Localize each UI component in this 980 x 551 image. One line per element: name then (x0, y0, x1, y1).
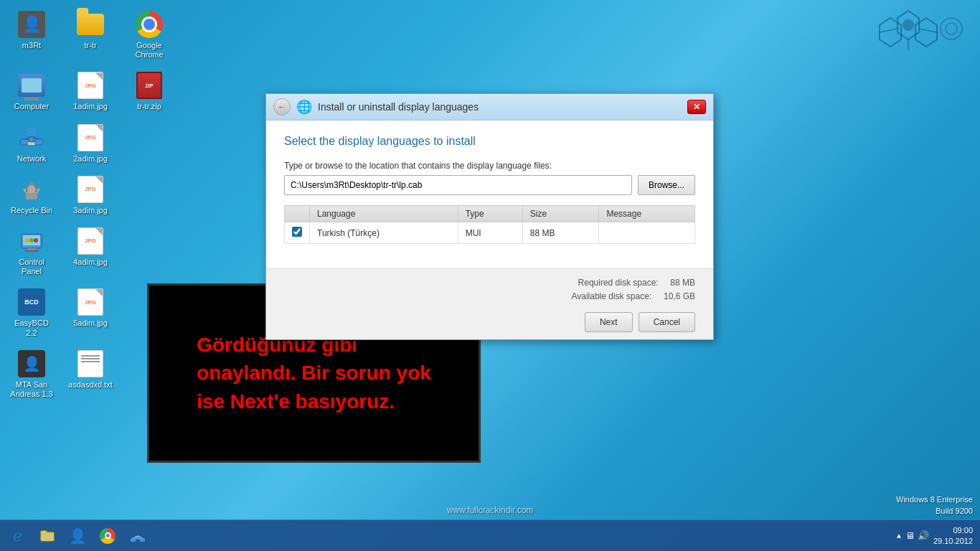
svg-point-7 (941, 18, 962, 39)
desktop-icon-network[interactable]: Network (6, 121, 57, 166)
desktop-icon-4adim[interactable]: JPG 4adim.jpg (65, 224, 116, 270)
svg-point-8 (946, 23, 957, 34)
svg-rect-10 (28, 142, 35, 145)
desktop-icon-easybcd[interactable]: BCD EasyBCD 2.2 (6, 285, 57, 340)
desktop-icon-network-label: Network (17, 154, 46, 164)
desktop-icon-control-panel[interactable]: Control Panel (6, 224, 57, 279)
tray-network-icon: 🖥 (905, 530, 915, 541)
desktop-icon-tr-tr-zip[interactable]: ZIP tr-tr.zip (123, 68, 175, 114)
svg-point-3 (903, 19, 914, 31)
desktop-icon-4adim-label: 4adim.jpg (73, 258, 108, 267)
desktop-icon-trtrzip-label: tr-tr.zip (137, 102, 161, 111)
dialog-title-icon: 🌐 (296, 99, 312, 115)
desktop-icon-asdasdxd-label: asdasdxd.txt (68, 380, 113, 390)
svg-rect-23 (27, 248, 36, 250)
table-cell-message (599, 222, 695, 244)
control-panel-icon (19, 228, 44, 254)
table-header-language: Language (310, 206, 458, 222)
svg-rect-26 (41, 531, 47, 534)
svg-point-20 (25, 238, 29, 242)
table-header-type: Type (458, 206, 522, 222)
tray-arrow-up[interactable]: ▲ (895, 532, 903, 540)
win-version-line1: Windows 8 Enterprise (896, 494, 973, 505)
desktop-icon-recycle[interactable]: Recycle Bin (6, 172, 57, 218)
desktop-icon-m3rt-label: m3Rt (22, 41, 41, 50)
desktop-icon-computer[interactable]: Computer (6, 68, 57, 114)
taskbar-left: ℯ 👤 (3, 522, 152, 550)
network-icon (18, 126, 45, 149)
svg-rect-24 (24, 250, 39, 252)
watermark-logo (851, 7, 966, 65)
svg-rect-9 (21, 139, 28, 145)
desktop-icon-control-label: Control Panel (9, 258, 55, 276)
tray-volume-icon[interactable]: 🔊 (918, 530, 929, 541)
svg-point-21 (29, 238, 34, 242)
table-cell-size: 88 MB (522, 222, 599, 244)
table-header-check (285, 206, 310, 222)
svg-point-16 (30, 131, 33, 133)
svg-rect-12 (35, 139, 42, 145)
win-version-line2: Build 9200 (896, 506, 973, 517)
desktop-icon-1adim-label: 1adim.jpg (73, 102, 108, 111)
desktop: 👤 m3Rt tr-tr Google Chrome (0, 0, 980, 551)
dialog-content: Select the display languages to install … (266, 121, 713, 268)
dialog-close-button[interactable]: ✕ (687, 100, 706, 114)
taskbar-date: 29.10.2012 (933, 536, 973, 546)
desktop-icon-mta[interactable]: 👤 MTA San Andreas 1.3 (6, 347, 57, 402)
taskbar-person-button[interactable]: 👤 (63, 522, 92, 550)
dialog-back-button[interactable]: ← (273, 98, 291, 116)
dialog-next-button[interactable]: Next (585, 312, 633, 332)
language-checkbox[interactable] (292, 227, 302, 237)
dialog-title-text: Install or uninstall display languages (318, 101, 479, 113)
dialog-browse-button[interactable]: Browse... (638, 175, 695, 195)
recycle-icon (19, 176, 44, 202)
desktop-icon-chrome[interactable]: Google Chrome (123, 7, 175, 62)
desktop-icon-5adim-label: 5adim.jpg (73, 319, 108, 328)
svg-rect-28 (131, 538, 136, 542)
table-row: Turkish (Türkçe) MUI 88 MB (285, 222, 695, 244)
desktop-icon-5adim[interactable]: JPG 5adim.jpg (65, 285, 116, 331)
available-space: Available disk space: 10,6 GB (284, 290, 695, 303)
taskbar-ie-button[interactable]: ℯ (3, 522, 32, 550)
table-cell-type: MUI (458, 222, 522, 244)
taskbar-time: 09:00 (933, 525, 973, 535)
svg-rect-17 (26, 194, 37, 199)
desktop-icon-easybcd-label: EasyBCD 2.2 (9, 319, 55, 337)
table-cell-check[interactable] (285, 222, 310, 244)
taskbar-explorer-button[interactable] (33, 522, 62, 550)
taskbar-clock[interactable]: 09:00 29.10.2012 (933, 525, 973, 546)
table-header-message: Message (599, 206, 695, 222)
svg-line-4 (919, 29, 937, 32)
desktop-icon-m3rt[interactable]: 👤 m3Rt (6, 7, 57, 53)
svg-rect-27 (42, 534, 52, 540)
desktop-icon-computer-label: Computer (14, 102, 49, 111)
dialog-footer-buttons: Next Cancel (284, 312, 695, 332)
dialog-heading: Select the display languages to install (284, 135, 695, 148)
desktop-icon-tr-tr[interactable]: tr-tr (65, 7, 116, 53)
dialog-cancel-button[interactable]: Cancel (639, 312, 695, 332)
taskbar-right: ▲ 🖥 🔊 09:00 29.10.2012 (895, 525, 977, 546)
desktop-icon-tr-tr-label: tr-tr (84, 41, 96, 50)
svg-point-22 (34, 238, 38, 242)
available-space-label: Available disk space: (571, 291, 651, 301)
desktop-icon-mta-label: MTA San Andreas 1.3 (9, 380, 55, 399)
desktop-icon-3adim[interactable]: JPG 3adim.jpg (65, 172, 116, 218)
required-space-value: 88 MB (670, 278, 695, 288)
taskbar-network-button[interactable] (123, 522, 152, 550)
taskbar-chrome-button[interactable] (93, 522, 122, 550)
desktop-icon-2adim[interactable]: JPG 2adim.jpg (65, 121, 116, 166)
website-watermark: www.fullcrackindir.com (447, 505, 534, 515)
table-header-size: Size (522, 206, 599, 222)
desktop-icon-asdasdxd[interactable]: asdasdxd.txt (65, 347, 116, 392)
desktop-icon-2adim-label: 2adim.jpg (73, 154, 108, 164)
taskbar-tray: ▲ 🖥 🔊 (895, 530, 929, 541)
explorer-icon (39, 528, 55, 544)
svg-line-5 (880, 29, 897, 32)
desktop-icon-1adim[interactable]: JPG 1adim.jpg (65, 68, 116, 114)
dialog-titlebar: ← 🌐 Install or uninstall display languag… (266, 94, 713, 121)
desktop-icon-3adim-label: 3adim.jpg (73, 206, 108, 215)
annotation-text: Gördüğünüz gibionaylandı. Bir sorun yoki… (197, 331, 431, 415)
dialog-title-left: ← 🌐 Install or uninstall display languag… (273, 98, 479, 116)
dialog-path-input[interactable] (284, 175, 632, 195)
svg-rect-29 (140, 538, 145, 542)
